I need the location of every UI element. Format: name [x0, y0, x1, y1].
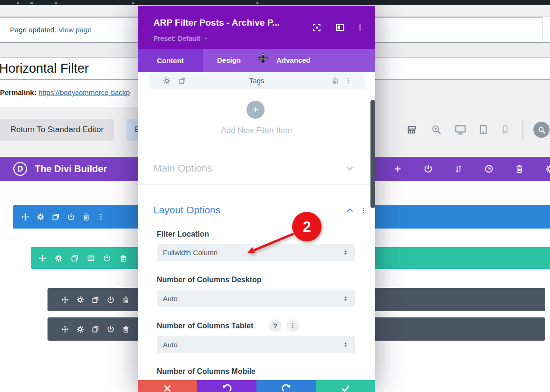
filter-location-label: Filter Location: [157, 230, 209, 239]
permalink-link[interactable]: https://bodycommerce-backp: [38, 88, 130, 96]
zoom-search-icon[interactable]: [431, 124, 442, 135]
modal-scrollbar-thumb[interactable]: [370, 100, 375, 208]
undo-icon: [222, 383, 232, 392]
help-badge[interactable]: ?: [269, 319, 282, 332]
return-to-standard-editor-button[interactable]: Return To Standard Editor: [0, 119, 114, 141]
move-icon[interactable]: [61, 296, 69, 304]
wp-admin-bar: [0, 0, 550, 5]
divi-builder-title: The Divi Builder: [35, 163, 107, 174]
settings-icon[interactable]: [37, 213, 45, 221]
permalink-row: Permalink: https://bodycommerce-backp: [0, 88, 130, 96]
modal-title: ARP Filter Posts - Archive P...: [153, 18, 280, 28]
save-button[interactable]: [316, 380, 375, 392]
duplicate-icon[interactable]: [92, 296, 99, 304]
expand-modal-icon[interactable]: [312, 23, 322, 32]
chevron-up-icon[interactable]: [345, 206, 354, 215]
admin-bar-text-fragment: [132, 2, 134, 4]
columns-icon[interactable]: [87, 254, 95, 262]
layout-grid-icon[interactable]: [407, 124, 417, 135]
close-icon: [162, 383, 172, 392]
desktop-view-icon[interactable]: [455, 124, 466, 135]
select-spinner-icon: [342, 296, 349, 302]
notice-text: Page updated.: [10, 26, 57, 34]
columns-desktop-value: Auto: [163, 295, 178, 303]
caret-down-icon: [203, 36, 209, 41]
toolbar-divider: [522, 120, 523, 140]
admin-bar-text-fragment: [17, 2, 19, 4]
columns-desktop-label: Number of Columns Desktop: [157, 276, 261, 284]
redo-icon: [281, 383, 292, 392]
save-icon[interactable]: [67, 213, 75, 221]
section-divider: [138, 149, 375, 149]
add-icon[interactable]: [393, 164, 402, 173]
tablet-view-icon[interactable]: [478, 124, 489, 135]
trash-icon[interactable]: [122, 296, 130, 304]
duplicate-icon[interactable]: [92, 325, 99, 333]
move-cursor: [257, 53, 268, 64]
annotation-number: 2: [303, 219, 311, 235]
module-settings-modal: ARP Filter Posts - Archive P... Preset: …: [138, 6, 375, 392]
search-button[interactable]: [533, 122, 550, 138]
discard-button[interactable]: [138, 380, 197, 392]
move-icon[interactable]: [21, 213, 29, 221]
view-page-link[interactable]: View page: [58, 26, 92, 34]
tab-advanced[interactable]: Advanced: [276, 56, 311, 64]
plus-icon: [252, 106, 259, 114]
duplicate-icon[interactable]: [71, 254, 79, 262]
filter-location-value: Fullwidth Column: [163, 249, 218, 257]
responsive-options-badge[interactable]: [286, 319, 299, 332]
save-icon[interactable]: [107, 325, 114, 333]
save-icon[interactable]: [107, 296, 114, 304]
redo-button[interactable]: [256, 380, 316, 392]
help-question-mark: ?: [273, 322, 277, 330]
gray-area-right: [375, 80, 550, 157]
tab-content[interactable]: Content: [138, 49, 203, 72]
admin-bar-text-fragment: [30, 2, 33, 4]
add-new-filter-item-button[interactable]: [247, 101, 265, 119]
trash-icon[interactable]: [332, 77, 339, 85]
duplicate-icon[interactable]: [52, 213, 60, 221]
trash-icon[interactable]: [122, 325, 130, 333]
filter-item-row[interactable]: Tags: [149, 72, 365, 89]
modal-tab-bar: Content Design Advanced: [138, 49, 375, 72]
move-icon[interactable]: [38, 254, 47, 262]
select-spinner-icon: [342, 342, 349, 348]
snap-panel-icon[interactable]: [335, 23, 345, 32]
columns-desktop-select[interactable]: Auto: [157, 290, 355, 307]
screenshot-canvas: Page updated. View page Horizontal Filte…: [0, 0, 550, 392]
columns-mobile-label: Number of Columns Mobile: [157, 367, 256, 376]
more-options-icon[interactable]: [345, 77, 351, 84]
tab-design[interactable]: Design: [217, 56, 241, 64]
main-options-toggle[interactable]: Main Options: [153, 163, 212, 174]
divi-logo-icon: [13, 162, 28, 176]
move-icon[interactable]: [61, 325, 69, 333]
columns-tablet-select[interactable]: Auto: [157, 336, 355, 353]
phone-view-icon[interactable]: [500, 124, 510, 134]
settings-icon[interactable]: [76, 296, 84, 304]
more-options-icon[interactable]: [97, 213, 104, 220]
columns-tablet-label: Number of Columns Tablet: [157, 322, 253, 330]
save-icon[interactable]: [103, 254, 111, 262]
permalink-label: Permalink:: [0, 88, 37, 96]
section-divider: [138, 184, 375, 185]
settings-icon[interactable]: [76, 325, 84, 333]
trash-icon[interactable]: [82, 213, 90, 221]
add-new-filter-item-label[interactable]: Add New Filter Item: [138, 126, 375, 135]
more-options-icon[interactable]: [360, 207, 367, 214]
preset-selector[interactable]: Preset: Default: [153, 35, 209, 42]
undo-button[interactable]: [197, 380, 256, 392]
layout-options-toggle[interactable]: Layout Options: [153, 204, 220, 216]
trash-icon[interactable]: [119, 254, 127, 262]
modal-header[interactable]: ARP Filter Posts - Archive P... Preset: …: [138, 6, 375, 49]
swap-order-icon[interactable]: [454, 164, 463, 173]
preset-label: Preset: Default: [153, 35, 200, 42]
columns-tablet-value: Auto: [163, 341, 178, 349]
more-options-icon[interactable]: [356, 24, 364, 31]
save-to-library-icon[interactable]: [424, 164, 433, 173]
settings-icon[interactable]: [545, 164, 550, 173]
settings-icon[interactable]: [55, 254, 63, 262]
admin-bar-text-fragment: [55, 2, 57, 4]
history-icon[interactable]: [484, 164, 493, 173]
chevron-down-icon[interactable]: [345, 164, 354, 173]
trash-icon[interactable]: [515, 164, 524, 173]
